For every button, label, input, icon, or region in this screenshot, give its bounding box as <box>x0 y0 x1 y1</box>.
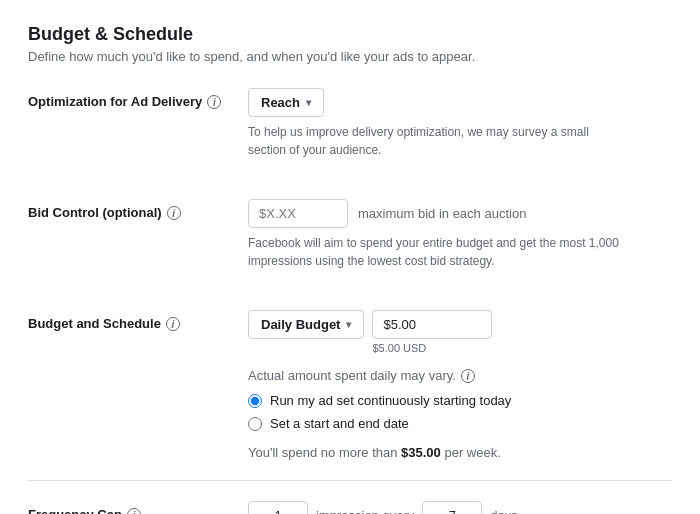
budget-content: Daily Budget ▾ $5.00 USD Actual amount s… <box>248 310 672 460</box>
bid-content: maximum bid in each auction Facebook wil… <box>248 199 672 270</box>
radio-continuous-label: Run my ad set continuously starting toda… <box>270 393 511 408</box>
frequency-days-label: days <box>490 508 517 514</box>
bid-inline-label: maximum bid in each auction <box>358 206 526 221</box>
budget-label-col: Budget and Schedule i <box>28 310 248 331</box>
frequency-days-input[interactable] <box>422 501 482 514</box>
bid-info-icon[interactable]: i <box>167 206 181 220</box>
schedule-radio-group: Run my ad set continuously starting toda… <box>248 393 672 431</box>
radio-date-range-input[interactable] <box>248 417 262 431</box>
bid-input[interactable] <box>248 199 348 228</box>
frequency-value-input[interactable] <box>248 501 308 514</box>
optimization-row: Optimization for Ad Delivery i Reach ▾ T… <box>28 88 672 179</box>
optimization-label-col: Optimization for Ad Delivery i <box>28 88 248 109</box>
actual-amount-row: Actual amount spent daily may vary. i <box>248 368 672 383</box>
weekly-amount: $35.00 <box>401 445 441 460</box>
weekly-note-prefix: You'll spend no more than <box>248 445 401 460</box>
radio-date-range[interactable]: Set a start and end date <box>248 416 672 431</box>
budget-input-wrap: $5.00 USD <box>372 310 492 354</box>
frequency-label: Frequency Cap <box>28 507 122 514</box>
optimization-helper: To help us improve delivery optimization… <box>248 123 628 159</box>
bid-inline-row: maximum bid in each auction <box>248 199 672 228</box>
actual-amount-text: Actual amount spent daily may vary. <box>248 368 456 383</box>
budget-dropdown-label: Daily Budget <box>261 317 340 332</box>
frequency-middle-label: impression every <box>316 508 414 514</box>
optimization-label: Optimization for Ad Delivery <box>28 94 202 109</box>
frequency-row: Frequency Cap i impression every days <box>28 501 672 514</box>
weekly-note-suffix: per week. <box>441 445 501 460</box>
budget-dropdown-wrap: Daily Budget ▾ <box>248 310 364 339</box>
budget-schedule-panel: Budget & Schedule Define how much you'd … <box>0 0 700 514</box>
page-subtitle: Define how much you'd like to spend, and… <box>28 49 672 64</box>
budget-usd-note: $5.00 USD <box>372 342 492 354</box>
optimization-dropdown[interactable]: Reach ▾ <box>248 88 324 117</box>
radio-continuous-input[interactable] <box>248 394 262 408</box>
optimization-info-icon[interactable]: i <box>207 95 221 109</box>
bid-helper: Facebook will aim to spend your entire b… <box>248 234 628 270</box>
bid-row: Bid Control (optional) i maximum bid in … <box>28 199 672 290</box>
budget-amount-input[interactable] <box>372 310 492 339</box>
bid-label-col: Bid Control (optional) i <box>28 199 248 220</box>
budget-section: Daily Budget ▾ $5.00 USD <box>248 310 672 354</box>
weekly-note: You'll spend no more than $35.00 per wee… <box>248 445 672 460</box>
frequency-inline-row: impression every days <box>248 501 672 514</box>
budget-row: Budget and Schedule i Daily Budget ▾ $5.… <box>28 310 672 481</box>
radio-date-range-label: Set a start and end date <box>270 416 409 431</box>
radio-continuous[interactable]: Run my ad set continuously starting toda… <box>248 393 672 408</box>
frequency-label-col: Frequency Cap i <box>28 501 248 514</box>
budget-label: Budget and Schedule <box>28 316 161 331</box>
optimization-content: Reach ▾ To help us improve delivery opti… <box>248 88 672 159</box>
optimization-selected: Reach <box>261 95 300 110</box>
frequency-info-icon[interactable]: i <box>127 508 141 514</box>
budget-info-icon[interactable]: i <box>166 317 180 331</box>
bid-label: Bid Control (optional) <box>28 205 162 220</box>
optimization-chevron-icon: ▾ <box>306 97 311 108</box>
actual-amount-info-icon[interactable]: i <box>461 369 475 383</box>
frequency-content: impression every days <box>248 501 672 514</box>
budget-chevron-icon: ▾ <box>346 319 351 330</box>
page-title: Budget & Schedule <box>28 24 672 45</box>
budget-type-dropdown[interactable]: Daily Budget ▾ <box>248 310 364 339</box>
panel-header: Budget & Schedule Define how much you'd … <box>28 24 672 64</box>
